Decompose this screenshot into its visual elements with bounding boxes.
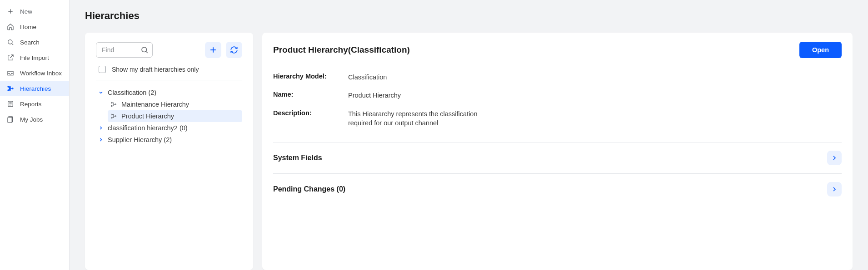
tree-leaf-maintenance-hierarchy[interactable]: Maintenance Hierarchy: [108, 98, 242, 110]
field-value: Classification: [348, 73, 387, 82]
tree-group-label: classification hierarchy2 (0): [108, 124, 188, 132]
tree-group-classification2[interactable]: classification hierarchy2 (0): [96, 122, 242, 134]
sidebar-item-file-import[interactable]: File Import: [0, 50, 69, 65]
accordion-title: System Fields: [273, 154, 322, 162]
tree-group-label: Supplier Hierarchy (2): [108, 136, 172, 143]
svg-point-13: [115, 116, 116, 117]
home-icon: [6, 23, 15, 31]
tree-group-label: Classification (2): [108, 89, 156, 96]
svg-point-11: [111, 114, 112, 115]
jobs-icon: [6, 115, 15, 123]
detail-header: Product Hierarchy(Classification) Open: [273, 42, 842, 58]
svg-point-9: [111, 105, 112, 106]
sidebar-item-label: File Import: [20, 54, 49, 61]
svg-point-3: [12, 88, 13, 89]
plus-icon: [6, 7, 15, 15]
draft-only-checkbox[interactable]: [99, 66, 106, 73]
svg-point-8: [111, 102, 112, 103]
tree-group-classification[interactable]: Classification (2): [96, 87, 242, 98]
reports-icon: [6, 100, 15, 108]
hierarchy-detail-panel: Product Hierarchy(Classification) Open H…: [262, 33, 853, 270]
sidebar-item-home[interactable]: Home: [0, 19, 69, 34]
sidebar-item-hierarchies[interactable]: Hierarchies: [0, 81, 69, 96]
new-label: New: [20, 8, 32, 15]
accordion-pending-changes[interactable]: Pending Changes (0): [273, 174, 842, 205]
svg-point-0: [8, 40, 12, 44]
svg-point-2: [8, 90, 9, 91]
search-icon: [6, 38, 15, 46]
field-label: Name:: [273, 91, 348, 100]
svg-point-12: [111, 117, 112, 118]
svg-point-1: [8, 86, 9, 88]
svg-point-10: [115, 104, 116, 105]
svg-rect-6: [8, 117, 12, 123]
hierarchy-icon: [6, 84, 15, 93]
sidebar-item-label: My Jobs: [20, 116, 43, 123]
sidebar-item-label: Workflow Inbox: [20, 70, 62, 77]
chevron-right-icon: [98, 137, 104, 142]
hierarchy-tree: Classification (2) Maintenance Hierarchy…: [96, 80, 242, 146]
tree-leaf-label: Product Hierarchy: [121, 113, 174, 120]
field-value: This Hieararchy represents the classific…: [348, 109, 503, 128]
sidebar-item-my-jobs[interactable]: My Jobs: [0, 112, 69, 127]
chevron-right-icon[interactable]: [827, 151, 842, 165]
new-button[interactable]: New: [0, 4, 69, 19]
import-icon: [6, 54, 15, 62]
tree-leaf-product-hierarchy[interactable]: Product Hierarchy: [108, 110, 242, 122]
sidebar-item-label: Reports: [20, 101, 41, 108]
sidebar-item-label: Hierarchies: [20, 85, 51, 92]
svg-point-7: [142, 47, 147, 52]
field-name: Name: Product Hierarchy: [273, 86, 842, 104]
sidebar-item-reports[interactable]: Reports: [0, 96, 69, 112]
sidebar: New Home Search File Import Workflow Inb…: [0, 0, 70, 270]
sidebar-item-search[interactable]: Search: [0, 34, 69, 50]
field-value: Product Hierarchy: [348, 91, 401, 100]
accordion-system-fields[interactable]: System Fields: [273, 142, 842, 174]
find-input-wrap: [96, 42, 200, 58]
sidebar-item-label: Home: [20, 24, 36, 30]
draft-only-toggle[interactable]: Show my draft hierarchies only: [96, 58, 242, 80]
chevron-down-icon: [98, 90, 104, 95]
panels-row: Show my draft hierarchies only Classific…: [85, 33, 853, 270]
open-button[interactable]: Open: [799, 42, 842, 58]
field-hierarchy-model: Hierarchy Model: Classification: [273, 68, 842, 86]
search-row: [96, 42, 242, 58]
refresh-button[interactable]: [226, 42, 242, 58]
chevron-right-icon[interactable]: [827, 182, 842, 196]
tree-children: Maintenance Hierarchy Product Hierarchy: [96, 98, 242, 122]
field-label: Description:: [273, 109, 348, 128]
sidebar-item-label: Search: [20, 39, 40, 46]
hierarchy-icon: [110, 113, 118, 119]
sidebar-item-workflow-inbox[interactable]: Workflow Inbox: [0, 65, 69, 81]
detail-title: Product Hierarchy(Classification): [273, 45, 410, 55]
main-area: Hierarchies Show my dra: [70, 0, 868, 270]
add-hierarchy-button[interactable]: [205, 42, 221, 58]
tree-leaf-label: Maintenance Hierarchy: [121, 101, 189, 108]
chevron-right-icon: [98, 125, 104, 131]
draft-only-label: Show my draft hierarchies only: [112, 66, 199, 73]
tree-group-supplier[interactable]: Supplier Hierarchy (2): [96, 134, 242, 146]
page-title: Hierarchies: [85, 10, 853, 22]
inbox-icon: [6, 69, 15, 77]
accordion-title: Pending Changes (0): [273, 185, 345, 193]
search-icon: [140, 46, 149, 54]
hierarchy-icon: [110, 101, 118, 108]
field-description: Description: This Hieararchy represents …: [273, 105, 842, 133]
field-label: Hierarchy Model:: [273, 73, 348, 82]
hierarchy-list-panel: Show my draft hierarchies only Classific…: [85, 33, 253, 270]
